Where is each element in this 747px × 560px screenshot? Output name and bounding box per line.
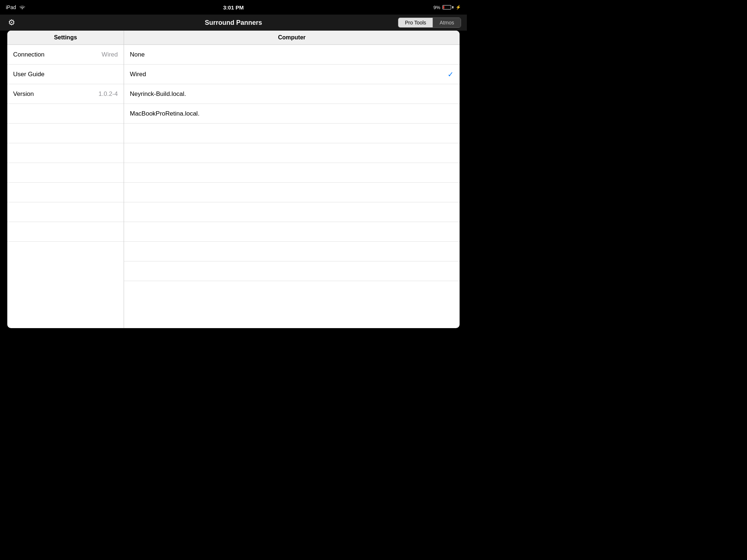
computer-row-wired[interactable]: Wired ✓ bbox=[124, 65, 460, 84]
battery-fill bbox=[443, 6, 444, 9]
right-pane: Computer None Wired ✓ Neyrinck-Build.loc… bbox=[124, 31, 460, 328]
computer-row-macbook[interactable]: MacBookProRetina.local. bbox=[124, 104, 460, 124]
tab-atmos[interactable]: Atmos bbox=[433, 18, 461, 27]
empty-row-right-7 bbox=[124, 242, 460, 261]
empty-row-left-5 bbox=[7, 183, 124, 202]
computer-header: Computer bbox=[124, 31, 460, 45]
empty-row-left-6 bbox=[7, 202, 124, 222]
computer-none-label: None bbox=[130, 51, 145, 58]
empty-row-left-1 bbox=[7, 104, 124, 124]
empty-row-right-2 bbox=[124, 143, 460, 163]
empty-row-right-4 bbox=[124, 183, 460, 202]
user-guide-label: User Guide bbox=[13, 71, 44, 78]
version-value: 1.0.2-4 bbox=[98, 90, 118, 98]
computer-row-none[interactable]: None bbox=[124, 45, 460, 65]
device-label: iPad bbox=[6, 4, 16, 10]
settings-header: Settings bbox=[7, 31, 124, 45]
tab-group: Pro Tools Atmos bbox=[398, 18, 461, 28]
computer-macbook-label: MacBookProRetina.local. bbox=[130, 110, 200, 117]
battery-indicator bbox=[442, 5, 453, 9]
empty-row-right-5 bbox=[124, 202, 460, 222]
version-label: Version bbox=[13, 90, 34, 98]
split-container: Settings Connection Wired User Guide Ver… bbox=[7, 31, 460, 328]
nav-title: Surround Panners bbox=[205, 19, 262, 27]
computer-neyrinck-label: Neyrinck-Build.local. bbox=[130, 90, 186, 98]
wifi-icon bbox=[19, 4, 26, 10]
status-time: 3:01 PM bbox=[223, 4, 244, 11]
user-guide-row[interactable]: User Guide bbox=[7, 65, 124, 84]
version-row[interactable]: Version 1.0.2-4 bbox=[7, 84, 124, 104]
status-right: 9% ⚡ bbox=[433, 5, 461, 10]
tab-pro-tools[interactable]: Pro Tools bbox=[398, 18, 433, 27]
nav-bar: ⚙ Surround Panners Pro Tools Atmos bbox=[0, 15, 467, 31]
empty-row-left-7 bbox=[7, 222, 124, 242]
computer-wired-label: Wired bbox=[130, 71, 146, 78]
connection-row[interactable]: Connection Wired bbox=[7, 45, 124, 65]
left-pane: Settings Connection Wired User Guide Ver… bbox=[7, 31, 124, 328]
empty-row-right-3 bbox=[124, 163, 460, 183]
gear-icon: ⚙ bbox=[8, 18, 15, 27]
battery-percent-label: 9% bbox=[433, 5, 440, 10]
wired-checkmark: ✓ bbox=[448, 70, 454, 79]
connection-label: Connection bbox=[13, 51, 44, 58]
empty-row-right-1 bbox=[124, 124, 460, 143]
status-bar: iPad 3:01 PM 9% ⚡ bbox=[0, 0, 467, 15]
empty-row-left-3 bbox=[7, 143, 124, 163]
charging-icon: ⚡ bbox=[456, 5, 461, 10]
connection-value: Wired bbox=[102, 51, 118, 58]
empty-row-right-6 bbox=[124, 222, 460, 242]
empty-row-left-2 bbox=[7, 124, 124, 143]
main-content: Settings Connection Wired User Guide Ver… bbox=[7, 31, 460, 328]
status-left: iPad bbox=[6, 4, 26, 10]
computer-row-neyrinck[interactable]: Neyrinck-Build.local. bbox=[124, 84, 460, 104]
battery-tip bbox=[452, 6, 453, 8]
gear-button[interactable]: ⚙ bbox=[6, 17, 18, 28]
empty-row-left-4 bbox=[7, 163, 124, 183]
empty-row-right-8 bbox=[124, 261, 460, 281]
battery-body bbox=[442, 5, 451, 9]
